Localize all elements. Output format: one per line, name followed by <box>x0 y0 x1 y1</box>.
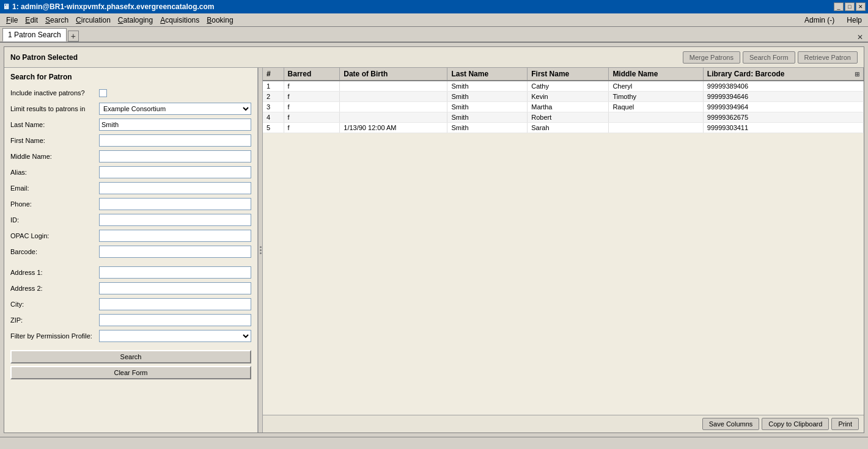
filter-profile-label: Filter by Permission Profile: <box>10 332 99 340</box>
menu-edit[interactable]: Edit <box>21 15 42 26</box>
filter-profile-select[interactable] <box>99 330 251 342</box>
cell-last: Smith <box>447 112 528 123</box>
cell-barcode: 99999394964 <box>703 102 863 112</box>
opac-login-row: OPAC Login: <box>10 229 251 243</box>
status-bar <box>0 437 868 449</box>
no-patron-label: No Patron Selected <box>10 53 78 62</box>
table-row[interactable]: 1 f Smith Cathy Cheryl 99999389406 <box>263 81 864 92</box>
menu-bar: File Edit Search Circulation Cataloging … <box>0 13 868 27</box>
address2-label: Address 2: <box>10 285 99 292</box>
menu-cataloging[interactable]: Cataloging <box>114 15 156 26</box>
cell-first: Martha <box>528 102 609 112</box>
title-bar: 🖥 1: admin@BR1-winxpvmfx.phasefx.evergre… <box>0 0 868 13</box>
id-input[interactable] <box>99 214 251 226</box>
city-input[interactable] <box>99 298 251 310</box>
menu-acquisitions[interactable]: Acquisitions <box>156 15 203 26</box>
cell-first: Kevin <box>528 92 609 102</box>
phone-label: Phone: <box>10 200 99 208</box>
col-header-first[interactable]: First Name <box>528 68 609 81</box>
save-columns-button[interactable]: Save Columns <box>702 418 760 430</box>
phone-input[interactable] <box>99 198 251 210</box>
alias-label: Alias: <box>10 169 99 176</box>
include-inactive-label: Include inactive patrons? <box>10 89 99 97</box>
cell-dob <box>340 112 447 123</box>
alias-row: Alias: <box>10 166 251 179</box>
cell-middle <box>609 123 703 133</box>
tab-bar-close-button[interactable]: ✕ <box>855 33 866 42</box>
cell-middle: Raquel <box>609 102 703 112</box>
address1-row: Address 1: <box>10 266 251 279</box>
main-content: No Patron Selected Merge Patrons Search … <box>0 43 868 437</box>
menu-file[interactable]: File <box>2 15 21 26</box>
cell-dob <box>340 92 447 102</box>
copy-to-clipboard-button[interactable]: Copy to Clipboard <box>762 418 829 430</box>
include-inactive-checkbox[interactable] <box>99 89 107 97</box>
panel-header: No Patron Selected Merge Patrons Search … <box>4 47 864 68</box>
cell-num: 1 <box>263 81 284 92</box>
col-header-num[interactable]: # <box>263 68 284 81</box>
menu-search[interactable]: Search <box>42 15 72 26</box>
tab-patron-search[interactable]: 1 Patron Search <box>2 28 67 42</box>
col-header-last[interactable]: Last Name <box>447 68 528 81</box>
cell-barred: f <box>284 81 340 92</box>
close-window-button[interactable]: ✕ <box>856 2 866 11</box>
city-row: City: <box>10 298 251 311</box>
cell-num: 4 <box>263 112 284 123</box>
search-panel-title: Search for Patron <box>10 73 251 81</box>
barcode-input[interactable] <box>99 246 251 258</box>
cell-barred: f <box>284 102 340 112</box>
cell-last: Smith <box>447 102 528 112</box>
table-row[interactable]: 4 f Smith Robert 99999362675 <box>263 112 864 123</box>
merge-patrons-button[interactable]: Merge Patrons <box>683 51 740 64</box>
zip-input[interactable] <box>99 314 251 326</box>
cell-first: Cathy <box>528 81 609 92</box>
table-row[interactable]: 5 f 1/13/90 12:00 AM Smith Sarah 9999930… <box>263 123 864 133</box>
cell-barred: f <box>284 92 340 102</box>
tab-add-button[interactable]: + <box>68 31 79 42</box>
minimize-button[interactable]: _ <box>834 2 844 11</box>
table-row[interactable]: 3 f Smith Martha Raquel 99999394964 <box>263 102 864 112</box>
barcode-row: Barcode: <box>10 245 251 258</box>
menu-booking[interactable]: Booking <box>203 15 237 26</box>
last-name-input[interactable] <box>99 119 251 131</box>
opac-login-label: OPAC Login: <box>10 232 99 239</box>
divider-handle[interactable] <box>258 68 263 433</box>
col-header-barred[interactable]: Barred <box>284 68 340 81</box>
limit-results-select[interactable]: Example Consortium <box>99 103 251 115</box>
city-label: City: <box>10 301 99 308</box>
first-name-input[interactable] <box>99 134 251 147</box>
divider-dot-3 <box>260 252 262 254</box>
maximize-button[interactable]: □ <box>845 2 855 11</box>
table-row[interactable]: 2 f Smith Kevin Timothy 99999394646 <box>263 92 864 102</box>
clear-form-button[interactable]: Clear Form <box>10 366 251 379</box>
menu-help[interactable]: Help <box>843 15 866 26</box>
cell-first: Sarah <box>528 123 609 133</box>
menu-admin[interactable]: Admin (-) <box>801 15 838 26</box>
barcode-label: Barcode: <box>10 248 99 255</box>
menu-circulation[interactable]: Circulation <box>72 15 114 26</box>
last-name-row: Last Name: <box>10 118 251 131</box>
email-input[interactable] <box>99 182 251 194</box>
cell-num: 3 <box>263 102 284 112</box>
search-form-button[interactable]: Search Form <box>743 51 795 64</box>
cell-last: Smith <box>447 92 528 102</box>
search-button[interactable]: Search <box>10 350 251 363</box>
main-panel: No Patron Selected Merge Patrons Search … <box>4 46 864 433</box>
address2-input[interactable] <box>99 282 251 294</box>
alias-input[interactable] <box>99 166 251 178</box>
cell-dob <box>340 102 447 112</box>
col-header-middle[interactable]: Middle Name <box>609 68 703 81</box>
opac-login-input[interactable] <box>99 230 251 242</box>
results-footer: Save Columns Copy to Clipboard Print <box>263 415 864 433</box>
results-table-wrapper[interactable]: # Barred Date of Birth Last Name First N… <box>263 68 864 415</box>
results-panel: # Barred Date of Birth Last Name First N… <box>263 68 864 433</box>
email-row: Email: <box>10 181 251 195</box>
cell-barcode: 99999362675 <box>703 112 863 123</box>
col-header-barcode[interactable]: Library Card: Barcode ⊞ <box>703 68 863 81</box>
retrieve-patron-button[interactable]: Retrieve Patron <box>798 51 858 64</box>
print-button[interactable]: Print <box>831 418 859 430</box>
middle-name-input[interactable] <box>99 150 251 162</box>
cell-first: Robert <box>528 112 609 123</box>
col-header-dob[interactable]: Date of Birth <box>340 68 447 81</box>
address1-input[interactable] <box>99 266 251 279</box>
